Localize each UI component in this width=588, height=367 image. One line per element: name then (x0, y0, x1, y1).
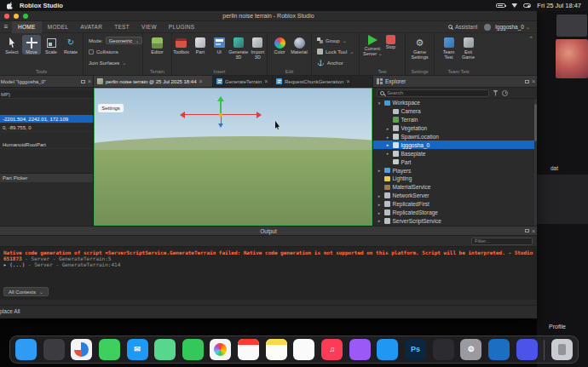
tab-home[interactable]: HOME (12, 21, 42, 33)
dock-icon-terminal[interactable] (433, 339, 454, 360)
close-icon[interactable]: × (346, 78, 349, 84)
game-settings-button[interactable]: ⚙ Game Settings (407, 35, 433, 60)
mode-dropdown[interactable]: Geometric ⌄ (106, 37, 143, 44)
dock-icon-podcasts[interactable] (349, 339, 371, 360)
dock-icon-trash[interactable] (551, 339, 573, 360)
terrain-editor-button[interactable]: Editor (148, 35, 167, 54)
expander-icon[interactable]: ▸ (385, 142, 390, 147)
output-filter-box[interactable] (471, 238, 533, 245)
part-picker-header[interactable]: Part Picker (0, 173, 94, 182)
play-button[interactable]: Current: Server ⌄ (363, 35, 383, 56)
viewport-terrain[interactable] (95, 150, 372, 225)
gizmo-z-axis[interactable] (221, 115, 222, 123)
dock-icon-safari[interactable] (71, 339, 92, 360)
dock-icon-notes[interactable] (266, 339, 287, 360)
output-panel-header[interactable]: Output × (0, 227, 537, 236)
property-value-row[interactable]: -2201.504, 2242.01, 172.109 (0, 115, 94, 123)
select-tool-button[interactable]: Select (3, 35, 21, 54)
anchor-toggle[interactable]: ⚓ Anchor (312, 57, 359, 68)
output-filter-input[interactable] (475, 238, 529, 244)
dock-icon-appstore[interactable] (377, 339, 398, 360)
current-mode-dropdown[interactable]: Current: Server ⌄ (363, 46, 383, 56)
toolbox-button[interactable]: Toolbox (172, 35, 190, 60)
viewport-settings-button[interactable]: Settings (98, 104, 124, 112)
video-thumbnail[interactable] (556, 14, 587, 37)
log-line[interactable]: ▸ (...) - Server - GenerateTerrain:414 (3, 261, 533, 267)
file-menu-icon[interactable]: ≡ (0, 23, 12, 31)
explorer-item-workspace[interactable]: ▾ Workspace (373, 99, 534, 107)
explorer-item-lgggosha_0[interactable]: ▸ lgggosha_0 (373, 140, 534, 149)
team-test-button[interactable]: Team Test (440, 35, 458, 60)
log-line[interactable]: Native code generation of script =Server… (3, 249, 533, 255)
explorer-search-box[interactable] (377, 89, 489, 97)
expander-icon[interactable]: ▸ (385, 151, 390, 156)
explorer-item-networkserver[interactable]: ▸ NetworkServer (373, 192, 534, 200)
close-icon[interactable]: × (532, 78, 535, 84)
doc-tab-place[interactable]: perlin noise terrain @ 25 Jul 2025 18:44… (94, 76, 213, 87)
lock-tool-dropdown[interactable]: Lock Tool ⌄ (312, 46, 359, 57)
close-icon[interactable]: × (199, 78, 203, 84)
move-gizmo[interactable] (180, 99, 262, 138)
popout-icon[interactable] (525, 229, 529, 232)
menubar-clock[interactable]: Fri 25 Jul 18:47 (537, 2, 581, 9)
user-menu[interactable]: lgggosha_0 ⌄ (484, 24, 530, 31)
context-filter-dropdown[interactable]: All Contexts ⌄ (3, 287, 49, 296)
doc-tab-requestchunkgeneration[interactable]: RequestChunkGeneration × (273, 76, 351, 87)
gizmo-z-arrow-down[interactable] (218, 123, 223, 128)
dock-icon-finder[interactable] (15, 339, 37, 360)
history-icon[interactable] (502, 90, 508, 96)
properties-panel-header[interactable]: Properties - Model "lgggosha_0" × (0, 76, 94, 87)
explorer-search-input[interactable] (387, 90, 486, 95)
dock-icon-settings[interactable]: ⚙ (460, 339, 481, 360)
ui-button[interactable]: UI (210, 35, 228, 60)
gizmo-y-axis[interactable] (220, 101, 222, 114)
expander-icon[interactable]: ▸ (385, 126, 390, 131)
expander-icon[interactable]: ▸ (377, 202, 382, 207)
tab-model[interactable]: MODEL (42, 21, 75, 33)
popout-icon[interactable] (525, 80, 529, 83)
dock-icon-messages[interactable] (99, 339, 120, 360)
explorer-panel-header[interactable]: Explorer × (372, 76, 537, 87)
menubar-app-name[interactable]: Roblox Studio (20, 2, 63, 9)
apple-menu-icon[interactable] (7, 2, 14, 9)
generate-3d-button[interactable]: Generate 3D (229, 35, 248, 60)
group-dropdown[interactable]: Group ⌄ (312, 35, 359, 46)
explorer-item-part[interactable]: Part (373, 158, 534, 166)
import-3d-button[interactable]: Import 3D (249, 35, 267, 60)
expander-icon[interactable]: ▸ (385, 135, 390, 140)
color-button[interactable]: Color (270, 35, 289, 54)
properties-filter-input[interactable]: MP) (0, 90, 93, 99)
window-titlebar[interactable]: perlin noise terrain - Roblox Studio (0, 11, 537, 21)
gizmo-x-arrow-right[interactable] (257, 112, 262, 118)
tab-view[interactable]: VIEW (135, 21, 163, 33)
dock-icon-photos[interactable] (210, 339, 231, 360)
filter-icon[interactable] (493, 90, 499, 96)
rotate-tool-button[interactable]: ↻ Rotate (61, 35, 80, 54)
wifi-icon[interactable] (511, 3, 517, 8)
collisions-checkbox[interactable] (89, 49, 94, 54)
dock-icon-discord[interactable] (516, 339, 538, 360)
dock-icon-calendar[interactable] (238, 339, 259, 360)
explorer-item-replicatedfirst[interactable]: ▸ ReplicatedFirst (373, 200, 534, 209)
photo-thumbnail[interactable] (556, 39, 588, 78)
expander-icon[interactable]: ▸ (377, 193, 382, 198)
collapse-ribbon-icon[interactable]: ⌃ (528, 36, 533, 43)
assistant-button[interactable]: Assistant (448, 24, 477, 30)
explorer-item-materialservice[interactable]: MaterialService (373, 183, 534, 192)
property-value-row[interactable]: 0, -89.755, 0 (0, 123, 94, 132)
close-icon[interactable]: × (88, 78, 91, 84)
property-value-row[interactable]: HumanoidRootPart (0, 140, 94, 149)
explorer-item-vegetation[interactable]: ▸ Vegetation (373, 124, 534, 133)
explorer-item-serverscriptservice[interactable]: ▸ ServerScriptService (373, 216, 534, 225)
expander-icon[interactable]: ▸ (377, 168, 382, 173)
explorer-item-players[interactable]: ▸ Players (373, 166, 534, 175)
background-browser-window[interactable]: dat Profile (537, 11, 588, 367)
tab-test[interactable]: TEST (108, 21, 135, 33)
viewport-3d[interactable]: Settings (94, 88, 372, 226)
scrollbar[interactable] (534, 99, 537, 226)
log-source-link[interactable]: - Server - GenerateTerrain:414 (25, 261, 120, 267)
popout-icon[interactable] (81, 80, 85, 83)
explorer-item-camera[interactable]: Camera (373, 107, 534, 116)
profile-link[interactable]: Profile (549, 324, 566, 330)
dock-icon-facetime[interactable] (182, 339, 204, 360)
